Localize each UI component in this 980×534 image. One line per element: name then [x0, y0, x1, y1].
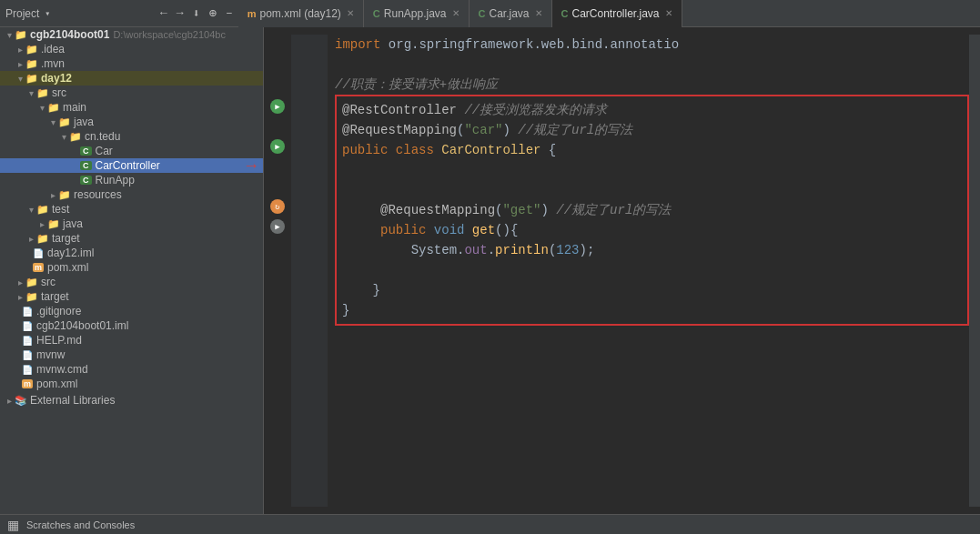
- pom-tab-close[interactable]: ✕: [347, 8, 354, 18]
- code-line-import: import org.springframework.web.bind.anno…: [335, 35, 969, 55]
- tree-item-carcontroller[interactable]: C CarController →: [0, 158, 263, 173]
- arrow-main: ▾: [36, 103, 47, 113]
- tree-item-target[interactable]: ▸ 📁 target: [0, 231, 263, 246]
- arrow-mvn: ▸: [15, 59, 25, 69]
- xml-icon-pom-root: m: [22, 379, 33, 388]
- code-line-requestmapping-get: @RequestMapping("get") //规定了url的写法: [342, 200, 962, 220]
- carcontroller-tab-label: CarController.java: [571, 7, 659, 20]
- runapp-tab-close[interactable]: ✕: [452, 8, 460, 18]
- path-cgb2104boot01: D:\workspace\cgb2104bc: [113, 29, 226, 40]
- run-circle-method: ▶: [270, 219, 285, 234]
- arrow-testjava: ▸: [36, 219, 47, 229]
- label-src: src: [52, 86, 66, 99]
- carcontroller-tab-icon: C: [561, 8, 569, 19]
- iml-icon-cgb: 📄: [22, 321, 33, 331]
- arrow-day12: ▾: [15, 74, 25, 84]
- tree-item-resources[interactable]: ▸ 📁 resources: [0, 187, 263, 202]
- java-icon-runapp: C: [80, 176, 92, 185]
- tree-item-test[interactable]: ▾ 📁 test: [0, 202, 263, 217]
- code-line-requestmapping-car: @RequestMapping("car") //规定了url的写法: [342, 120, 962, 140]
- tree-item-runapp[interactable]: C RunApp: [0, 173, 263, 187]
- project-dropdown-icon[interactable]: ▾: [45, 8, 50, 19]
- tree-item-day12iml[interactable]: 📄 day12.iml: [0, 246, 263, 260]
- forward-icon[interactable]: →: [175, 5, 186, 22]
- tree-item-mvnwcmd[interactable]: 📄 mvnw.cmd: [0, 362, 263, 377]
- xml-icon-pomxml: m: [33, 263, 44, 272]
- run-icon-method[interactable]: ▶: [264, 217, 291, 237]
- tab-runapp[interactable]: C RunApp.java ✕: [364, 0, 470, 27]
- label-src2: src: [41, 276, 56, 288]
- md-icon-help: 📄: [22, 336, 33, 346]
- back-icon[interactable]: ←: [158, 5, 169, 22]
- label-carcontroller: CarController: [96, 159, 160, 172]
- tree-item-java[interactable]: ▾ 📁 java: [0, 115, 263, 129]
- label-day12iml: day12.iml: [47, 247, 94, 259]
- scratches-and-consoles-label[interactable]: Scratches and Consoles: [26, 519, 135, 530]
- run-icon-restcontroller[interactable]: ▶: [264, 96, 291, 116]
- top-bar: Project ▾ ← → ⬇ ⊕ – m pom.xml (day12) ✕ …: [0, 0, 980, 27]
- label-resources: resources: [74, 188, 122, 201]
- tree-item-main[interactable]: ▾ 📁 main: [0, 100, 263, 115]
- run-circle-green: ▶: [270, 99, 285, 114]
- tab-pom[interactable]: m pom.xml (day12) ✕: [238, 0, 364, 27]
- main-area: ▾ 📁 cgb2104boot01 D:\workspace\cgb2104bc…: [0, 27, 980, 514]
- tree-item-cgb2104boot01[interactable]: ▾ 📁 cgb2104boot01 D:\workspace\cgb2104bc: [0, 27, 263, 42]
- tree-item-src2[interactable]: ▸ 📁 src: [0, 275, 263, 289]
- run-icon-requestmapping[interactable]: ↻: [264, 196, 291, 217]
- pom-tab-icon: m: [248, 8, 257, 19]
- status-bar: ▦ Scratches and Consoles: [0, 514, 980, 534]
- tree-item-testjava[interactable]: ▸ 📁 java: [0, 217, 263, 231]
- tree-item-target2[interactable]: ▸ 📁 target: [0, 289, 263, 304]
- expand-icon[interactable]: ⬇: [191, 5, 202, 23]
- tree-item-pom-root[interactable]: m pom.xml: [0, 377, 263, 391]
- tree-item-mvnw[interactable]: 📄 mvnw: [0, 348, 263, 362]
- vertical-scrollbar[interactable]: [969, 35, 980, 507]
- folder-icon-testjava: 📁: [47, 218, 60, 230]
- tree-item-external-libraries[interactable]: ▸ 📚 External Libraries: [0, 393, 263, 408]
- folder-icon-resources: 📁: [58, 189, 71, 201]
- tree-item-car[interactable]: C Car: [0, 144, 263, 158]
- tree-item-day12[interactable]: ▾ 📁 day12: [0, 71, 263, 86]
- code-lines[interactable]: import org.springframework.web.bind.anno…: [328, 35, 969, 507]
- label-cntedu: cn.tedu: [85, 130, 120, 143]
- carcontroller-tab-close[interactable]: ✕: [665, 8, 672, 18]
- tree-item-cgbiml[interactable]: 📄 cgb2104boot01.iml: [0, 318, 263, 333]
- add-icon[interactable]: ⊕: [207, 4, 217, 23]
- code-line-class-decl: public class CarController {: [342, 140, 962, 160]
- java-icon-carcontroller: C: [80, 161, 92, 170]
- label-target2: target: [41, 290, 69, 303]
- tree-item-gitignore[interactable]: 📄 .gitignore: [0, 304, 263, 318]
- code-line-inner-brace: }: [342, 280, 962, 300]
- run-icon-class[interactable]: ▶: [264, 136, 291, 156]
- project-selector[interactable]: Project ▾: [5, 7, 151, 20]
- label-mvn: .mvn: [41, 57, 65, 70]
- settings-icon[interactable]: –: [224, 5, 235, 22]
- tab-car[interactable]: C Car.java ✕: [470, 0, 552, 27]
- tree-item-cntedu[interactable]: ▾ 📁 cn.tedu: [0, 129, 263, 144]
- line-numbers: [291, 35, 328, 507]
- code-line-method-decl: public void get(){: [342, 220, 962, 240]
- tree-item-pomxml-day12[interactable]: m pom.xml: [0, 260, 263, 275]
- car-tab-icon: C: [479, 8, 486, 19]
- folder-icon-java: 📁: [58, 116, 71, 128]
- car-tab-label: Car.java: [489, 7, 529, 20]
- tree-item-idea[interactable]: ▸ 📁 .idea: [0, 42, 263, 56]
- folder-icon-idea: 📁: [25, 44, 38, 55]
- label-cgbiml: cgb2104boot01.iml: [36, 319, 128, 332]
- arrow-target: ▸: [25, 234, 36, 244]
- label-test: test: [52, 203, 69, 216]
- run-circle-mapping: ↻: [270, 199, 285, 214]
- arrow-test: ▾: [25, 205, 36, 215]
- tree-item-mvn[interactable]: ▸ 📁 .mvn: [0, 56, 263, 71]
- label-mvnwcmd: mvnw.cmd: [36, 363, 88, 376]
- code-line-blank-bottom: [335, 326, 969, 380]
- tree-item-helpmd[interactable]: 📄 HELP.md: [0, 333, 263, 348]
- tree-item-src[interactable]: ▾ 📁 src: [0, 86, 263, 100]
- tab-carcontroller[interactable]: C CarController.java ✕: [552, 0, 682, 27]
- java-icon-car: C: [80, 146, 92, 156]
- label-pomxml-day12: pom.xml: [47, 261, 88, 274]
- gutter-icons: ▶ ▶ ↻ ▶: [264, 35, 291, 507]
- file-icon-mvnwcmd: 📄: [22, 365, 33, 375]
- car-tab-close[interactable]: ✕: [535, 8, 542, 18]
- label-mvnw: mvnw: [36, 348, 65, 361]
